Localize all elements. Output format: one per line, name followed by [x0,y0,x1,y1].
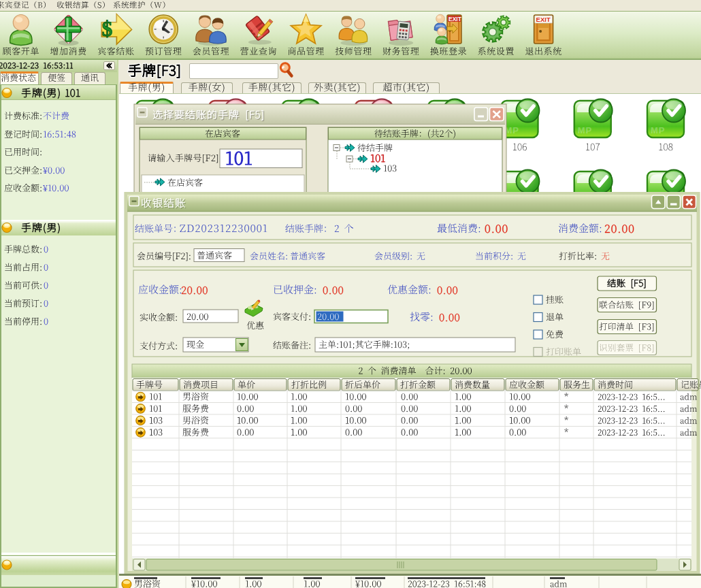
svg-text:EXIT: EXIT [536,16,551,23]
svg-text:MP: MP [651,125,666,135]
svg-text:EXIT: EXIT [449,16,462,22]
svg-text:$: $ [101,17,112,41]
svg-text:MP: MP [505,125,520,135]
svg-text:MP: MP [578,125,593,135]
